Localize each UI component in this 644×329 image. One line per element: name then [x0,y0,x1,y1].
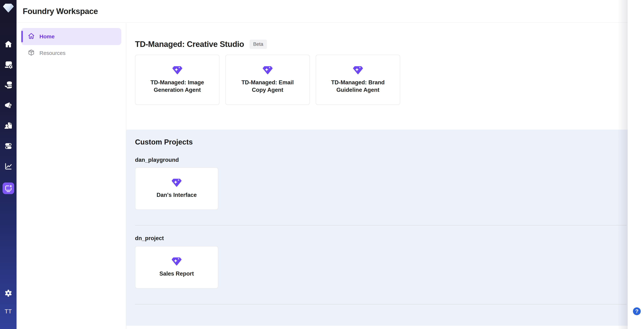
managed-title-row: TD-Managed: Creative Studio Beta [135,39,628,49]
agent-card-brand-guideline[interactable]: TD-Managed: Brand Guideline Agent [316,55,400,105]
sidebar-item-label: Home [40,34,54,40]
project-group-label: dn_project [135,235,628,242]
main-content: TD-Managed: Creative Studio Beta TD-Mana… [126,23,628,329]
agent-card-email-copy[interactable]: TD-Managed: Email Copy Agent [225,55,310,105]
diamond-logo [2,3,14,13]
rail-item-announcements[interactable] [4,101,12,110]
megaphone-icon [4,101,12,110]
managed-section: TD-Managed: Creative Studio Beta TD-Mana… [126,23,628,105]
project-group-cards: Sales Report [135,246,628,288]
section-title: TD-Managed: Creative Studio [135,40,244,49]
project-group-label: dan_playground [135,156,628,164]
gear-icon [4,289,12,297]
avatar[interactable]: TT [5,308,12,315]
question-mark-icon: ? [635,309,638,314]
card-title: Sales Report [151,270,202,278]
agent-card-image-generation[interactable]: TD-Managed: Image Generation Agent [135,55,220,105]
custom-projects-section: Custom Projects dan_playground Dan's Int… [126,130,628,326]
divider [135,304,626,304]
sidebar-item-resources[interactable]: Resources [21,46,121,60]
card-title: TD-Managed: Image Generation Agent [136,79,219,94]
side-nav: Home Resources [16,23,126,329]
gem-sparkle-icon [172,66,182,74]
gem-sparkle-icon [262,66,273,74]
rail-item-analytics[interactable] [4,162,12,170]
settings-button[interactable] [4,289,12,297]
person-document-icon [4,122,12,130]
rail-item-data-tools[interactable] [4,81,12,89]
gem-sparkle-icon [172,257,182,266]
sidebar-item-home[interactable]: Home [21,28,121,45]
project-card-sales-report[interactable]: Sales Report [135,246,218,288]
card-title: TD-Managed: Email Copy Agent [226,79,310,94]
custom-projects-title: Custom Projects [135,138,628,146]
home-icon [4,40,12,48]
rail-nav [0,40,16,194]
sidebar-item-label: Resources [40,50,66,56]
package-icon [28,49,35,57]
line-chart-icon [4,162,12,170]
icon-rail: TT [0,0,16,329]
divider [135,225,626,226]
project-group-cards: Dan's Interface [135,168,628,210]
gem-sparkle-icon [172,178,182,187]
card-title: Dan's Interface [148,192,204,199]
app-window: TT Foundry Workspace Home [0,0,644,329]
rail-item-interfaces[interactable] [2,182,14,194]
help-button[interactable]: ? [633,307,641,315]
gem-sparkle-icon [353,66,363,74]
rail-item-workbench[interactable] [4,60,12,69]
monitor-gear-icon [4,60,12,69]
home-outline-icon [28,32,35,41]
page-title: Foundry Workspace [23,7,98,16]
sparkle-monitor-icon [4,184,12,192]
rail-item-toggles[interactable] [4,142,12,150]
beta-badge: Beta [250,40,267,49]
card-title: TD-Managed: Brand Guideline Agent [316,79,400,94]
rail-item-home[interactable] [4,40,12,48]
toggle-switches-icon [4,142,12,150]
managed-cards: TD-Managed: Image Generation Agent TD-Ma… [135,55,628,105]
rail-item-user-files[interactable] [4,122,12,130]
project-card-dans-interface[interactable]: Dan's Interface [135,168,218,210]
database-tools-icon [4,81,12,89]
rail-bottom: TT [0,289,16,329]
right-gutter [628,0,644,329]
app-header: Foundry Workspace [16,0,628,23]
